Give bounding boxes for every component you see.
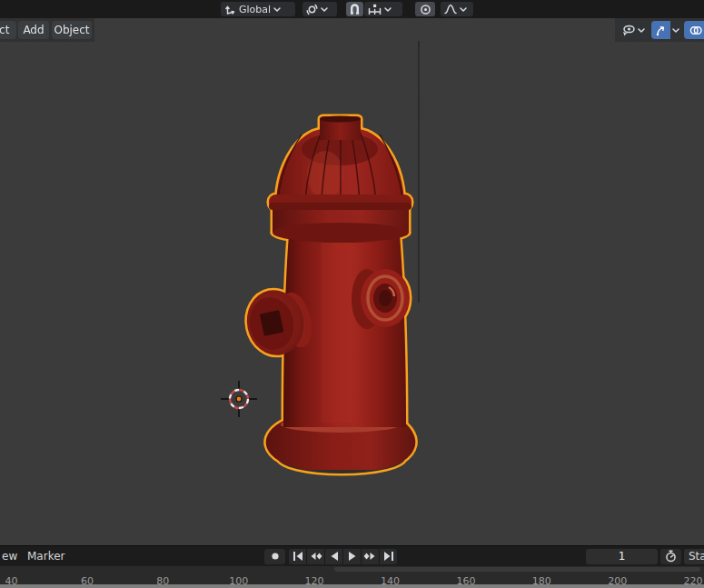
statusbar-edge — [0, 584, 704, 588]
proportional-editing-icon — [420, 4, 431, 15]
ruler-label: 200 — [600, 575, 636, 584]
ruler-label: 100 — [221, 575, 257, 584]
snap-increment-icon — [368, 4, 382, 15]
pivot-point-dropdown[interactable] — [302, 2, 337, 16]
use-preview-range-button[interactable] — [660, 549, 681, 564]
play-forward-icon — [347, 551, 358, 562]
previous-keyframe-icon — [309, 551, 322, 562]
gizmos-toggle-dropdown[interactable] — [651, 21, 681, 39]
gizmo-arrow-icon — [655, 25, 667, 36]
snap-mode-dropdown[interactable] — [364, 2, 402, 16]
show-gizmo-eye-icon — [621, 25, 636, 36]
menu-label: Add — [23, 24, 44, 36]
magnet-icon — [349, 3, 361, 15]
fire-hydrant-object[interactable] — [234, 109, 427, 482]
play-reverse-button[interactable] — [325, 549, 342, 564]
orientation-axes-icon — [224, 4, 236, 15]
overlays-toggle-button[interactable] — [684, 21, 704, 39]
current-frame-field[interactable]: 1 — [586, 549, 658, 564]
menu-object[interactable]: Object — [52, 21, 92, 39]
previous-keyframe-button[interactable] — [307, 549, 324, 564]
auto-keying-record-button[interactable] — [264, 549, 285, 564]
jump-to-end-icon — [382, 551, 395, 562]
record-icon — [271, 552, 280, 561]
jump-to-start-icon — [292, 551, 304, 562]
play-forward-button[interactable] — [343, 549, 361, 564]
ruler-label: 140 — [372, 575, 409, 584]
frame-start-field[interactable]: Sta — [684, 549, 704, 564]
topbar: Global — [0, 0, 704, 18]
ruler-label: 160 — [448, 575, 484, 584]
jump-to-start-button[interactable] — [289, 549, 306, 564]
chevron-down-icon — [460, 7, 467, 12]
snap-toggle-button[interactable] — [346, 2, 363, 16]
hydrant-geometry — [241, 116, 415, 474]
timeline-menu-marker[interactable]: Marker — [27, 546, 64, 566]
snapping-cluster — [346, 2, 402, 16]
overlays-icon — [689, 25, 702, 36]
next-keyframe-button[interactable] — [362, 549, 379, 564]
orientation-label: Global — [239, 4, 271, 15]
gizmos-toggle-button[interactable] — [651, 21, 670, 39]
chevron-down-icon — [672, 28, 679, 33]
chevron-down-icon — [638, 28, 645, 33]
menu-label: ect — [0, 24, 9, 36]
chevron-down-icon — [384, 7, 392, 12]
timeline-scrollbar[interactable] — [334, 567, 700, 572]
stopwatch-icon — [665, 550, 677, 563]
proportional-falloff-dropdown[interactable] — [441, 2, 473, 16]
ruler-label: 40 — [0, 575, 30, 584]
show-gizmo-dropdown[interactable] — [619, 21, 649, 39]
chevron-down-icon — [321, 7, 328, 12]
next-keyframe-icon — [363, 551, 377, 562]
chevron-down-icon — [273, 7, 281, 12]
falloff-curve-icon — [444, 4, 457, 15]
menu-select-partial[interactable]: ect — [0, 21, 16, 39]
ruler-label: 60 — [69, 575, 105, 584]
ruler[interactable]: 406080100120140160180200220 — [0, 565, 704, 584]
ruler-label: 120 — [296, 575, 332, 584]
proportional-editing-toggle[interactable] — [415, 2, 435, 16]
playback-controls — [289, 549, 397, 564]
transform-orientation-dropdown[interactable]: Global — [221, 2, 295, 16]
ruler-label: 180 — [523, 575, 560, 584]
timeline-header: ew Marker — [0, 545, 704, 565]
pivot-point-icon — [306, 4, 318, 15]
viewport-header: ect Add Object — [0, 18, 704, 42]
menu-label: Object — [54, 24, 89, 36]
menu-add[interactable]: Add — [18, 21, 49, 39]
timeline-menu-view-partial[interactable]: ew — [2, 546, 17, 566]
ruler-label: 80 — [144, 575, 181, 584]
jump-to-end-button[interactable] — [380, 549, 397, 564]
play-reverse-icon — [329, 551, 340, 562]
viewport-3d[interactable]: ect Add Object — [0, 18, 704, 545]
ruler-label: 220 — [675, 575, 704, 584]
